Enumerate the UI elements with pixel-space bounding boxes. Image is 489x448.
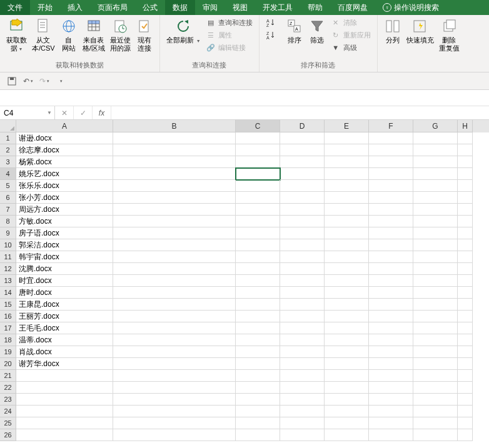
cell[interactable] xyxy=(280,227,325,239)
tab-help[interactable]: 帮助 xyxy=(300,0,330,15)
cell[interactable] xyxy=(280,322,325,334)
cell[interactable] xyxy=(413,429,458,441)
tab-view[interactable]: 视图 xyxy=(225,0,255,15)
cell[interactable] xyxy=(325,358,369,370)
get-data-button[interactable]: 获取数 据▼ xyxy=(4,16,29,54)
cell[interactable] xyxy=(325,144,369,156)
cell[interactable] xyxy=(369,275,413,287)
cell[interactable] xyxy=(458,358,473,370)
cell[interactable] xyxy=(458,334,473,346)
cell[interactable] xyxy=(458,144,473,156)
cell[interactable]: 郭采洁.docx xyxy=(16,239,113,251)
cell[interactable]: 王康昆.docx xyxy=(16,299,113,311)
row-header[interactable]: 1 xyxy=(0,132,16,144)
cell[interactable] xyxy=(325,156,369,168)
cell[interactable] xyxy=(369,322,413,334)
cancel-formula-button[interactable]: ✕ xyxy=(55,106,74,119)
cell[interactable] xyxy=(113,156,236,168)
cell[interactable] xyxy=(280,417,325,429)
cell[interactable] xyxy=(325,192,369,204)
cell[interactable] xyxy=(369,168,413,180)
row-header[interactable]: 5 xyxy=(0,180,16,192)
cell[interactable] xyxy=(369,251,413,263)
cell[interactable] xyxy=(369,204,413,216)
refresh-all-button[interactable]: 全部刷新 ▼ xyxy=(164,16,203,46)
cell[interactable] xyxy=(413,204,458,216)
cell[interactable] xyxy=(413,239,458,251)
cell[interactable] xyxy=(280,180,325,192)
cell[interactable] xyxy=(113,251,236,263)
row-header[interactable]: 8 xyxy=(0,216,16,227)
from-text-csv-button[interactable]: 从文 本/CSV xyxy=(29,16,58,54)
cell[interactable] xyxy=(236,322,280,334)
row-header[interactable]: 24 xyxy=(0,406,16,417)
cell[interactable] xyxy=(113,417,236,429)
cell[interactable] xyxy=(280,168,325,180)
cell[interactable] xyxy=(113,275,236,287)
name-box[interactable]: C4 ▼ xyxy=(0,106,55,119)
cell[interactable] xyxy=(113,216,236,227)
remove-duplicates-button[interactable]: 删除 重复值 xyxy=(436,16,462,54)
col-header-G[interactable]: G xyxy=(413,120,458,132)
cell[interactable] xyxy=(413,334,458,346)
cell[interactable] xyxy=(413,227,458,239)
cell[interactable] xyxy=(113,382,236,394)
row-header[interactable]: 22 xyxy=(0,382,16,394)
undo-button[interactable]: ↶▾ xyxy=(21,74,35,88)
insert-function-button[interactable]: fx xyxy=(93,106,111,119)
cell[interactable] xyxy=(113,192,236,204)
row-header[interactable]: 19 xyxy=(0,346,16,358)
cell[interactable] xyxy=(236,227,280,239)
cell[interactable] xyxy=(280,192,325,204)
row-header[interactable]: 13 xyxy=(0,275,16,287)
cell[interactable]: 房子语.docx xyxy=(16,227,113,239)
cell[interactable] xyxy=(458,156,473,168)
cell[interactable] xyxy=(113,227,236,239)
cell[interactable] xyxy=(236,132,280,144)
cell[interactable] xyxy=(280,132,325,144)
cell[interactable] xyxy=(280,429,325,441)
cell[interactable] xyxy=(280,251,325,263)
clear-filter-button[interactable]: ✕清除 xyxy=(328,16,373,29)
cell[interactable] xyxy=(458,263,473,275)
cell[interactable] xyxy=(413,144,458,156)
cell[interactable] xyxy=(325,322,369,334)
row-header[interactable]: 9 xyxy=(0,227,16,239)
row-header[interactable]: 15 xyxy=(0,299,16,311)
cell[interactable] xyxy=(236,346,280,358)
cell[interactable] xyxy=(413,180,458,192)
cell[interactable] xyxy=(369,382,413,394)
row-header[interactable]: 20 xyxy=(0,358,16,370)
cell[interactable] xyxy=(369,192,413,204)
cell[interactable] xyxy=(236,299,280,311)
cell[interactable] xyxy=(280,382,325,394)
cell[interactable] xyxy=(113,346,236,358)
redo-button[interactable]: ↷▾ xyxy=(38,74,51,88)
cell[interactable] xyxy=(280,346,325,358)
cell[interactable] xyxy=(113,299,236,311)
cell[interactable]: 王丽芳.docx xyxy=(16,311,113,322)
cell[interactable] xyxy=(369,144,413,156)
existing-connections-button[interactable]: 现有 连接 xyxy=(133,16,156,54)
cell[interactable] xyxy=(280,275,325,287)
qat-customize[interactable]: ▾ xyxy=(54,74,68,88)
row-header[interactable]: 2 xyxy=(0,144,16,156)
cell[interactable]: 徐志摩.docx xyxy=(16,144,113,156)
cell[interactable] xyxy=(113,370,236,382)
cell[interactable] xyxy=(236,204,280,216)
cell[interactable] xyxy=(325,263,369,275)
col-header-B[interactable]: B xyxy=(113,120,236,132)
cell[interactable] xyxy=(325,346,369,358)
cell[interactable] xyxy=(369,394,413,406)
cell[interactable] xyxy=(325,382,369,394)
cell[interactable] xyxy=(280,263,325,275)
tab-baidu[interactable]: 百度网盘 xyxy=(330,0,375,15)
cell[interactable] xyxy=(413,132,458,144)
cell[interactable] xyxy=(280,287,325,299)
cell[interactable] xyxy=(458,322,473,334)
cell[interactable] xyxy=(369,346,413,358)
cell[interactable] xyxy=(458,299,473,311)
cell[interactable] xyxy=(413,322,458,334)
cell[interactable] xyxy=(236,406,280,417)
cell[interactable]: 张小芳.docx xyxy=(16,192,113,204)
